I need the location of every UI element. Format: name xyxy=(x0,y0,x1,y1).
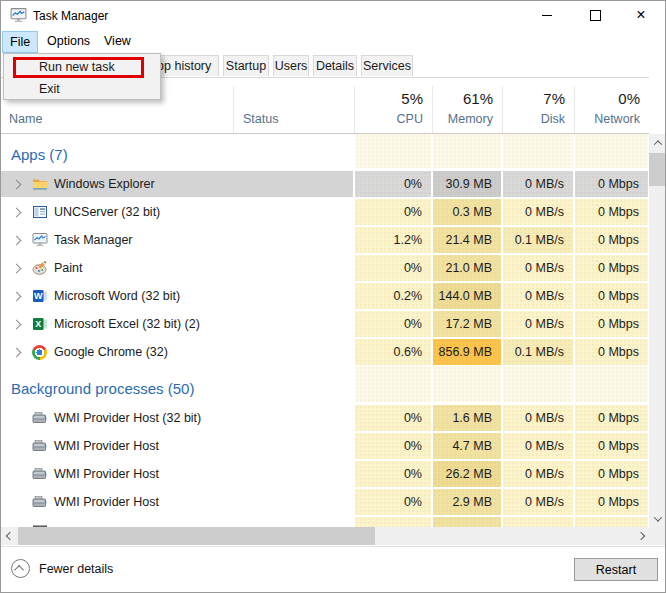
menu-file[interactable]: File xyxy=(2,31,38,53)
cpu-cell: 0% xyxy=(355,489,431,515)
memory-cell: 856.9 MB xyxy=(433,339,501,365)
disk-cell: 0 MB/s xyxy=(503,489,573,515)
section-header-background[interactable]: Background processes (50) xyxy=(1,366,649,404)
expand-chevron-icon[interactable] xyxy=(1,339,31,365)
expand-chevron-icon[interactable] xyxy=(1,171,31,197)
chevron-up-icon xyxy=(14,565,24,575)
minimize-button[interactable] xyxy=(529,3,565,27)
vertical-scrollbar[interactable] xyxy=(649,134,666,527)
wmi-provider-icon xyxy=(31,438,48,455)
disk-cell xyxy=(503,517,573,527)
table-row-chrome[interactable]: Google Chrome (32) 0.6% 856.9 MB 0.1 MB/… xyxy=(1,338,649,366)
process-name: WMI Provider Host xyxy=(54,439,159,453)
process-name: UNCServer (32 bit) xyxy=(54,205,160,219)
fewer-details-toggle[interactable]: Fewer details xyxy=(11,559,113,578)
table-row-excel[interactable]: X Microsoft Excel (32 bit) (2) 0% 17.2 M… xyxy=(1,310,649,338)
process-name-cell: X Microsoft Excel (32 bit) (2) xyxy=(1,311,353,337)
scrollbar-corner xyxy=(649,527,666,545)
network-cell xyxy=(575,517,648,527)
chrome-icon xyxy=(31,344,48,361)
column-header-memory[interactable]: 61% Memory xyxy=(432,78,501,133)
wmi-provider-icon xyxy=(31,494,48,511)
table-row-windows-explorer[interactable]: Windows Explorer 0% 30.9 MB 0 MB/s 0 Mbp… xyxy=(1,170,649,198)
maximize-icon xyxy=(590,10,601,21)
restart-button[interactable]: Restart xyxy=(574,558,658,581)
table-row-task-manager[interactable]: Task Manager 1.2% 21.4 MB 0.1 MB/s 0 Mbp… xyxy=(1,226,649,254)
table-row-partial[interactable] xyxy=(1,516,649,527)
network-cell: 0 Mbps xyxy=(575,311,648,337)
minimize-icon xyxy=(542,15,552,16)
memory-cell: 17.2 MB xyxy=(433,311,501,337)
paint-icon xyxy=(31,260,48,277)
column-header-status[interactable]: Status xyxy=(243,112,278,126)
excel-icon: X xyxy=(31,316,48,333)
tab-startup[interactable]: Startup xyxy=(223,55,269,76)
section-disk-strip xyxy=(503,134,573,168)
memory-cell: 1.6 MB xyxy=(433,405,501,431)
menu-item-exit[interactable]: Exit xyxy=(5,78,159,100)
cpu-cell xyxy=(355,517,431,527)
tab-users[interactable]: Users xyxy=(273,55,309,76)
column-header-name[interactable]: Name xyxy=(9,112,42,126)
table-row-paint[interactable]: Paint 0% 21.0 MB 0 MB/s 0 Mbps xyxy=(1,254,649,282)
network-cell: 0 Mbps xyxy=(575,339,648,365)
network-cell: 0 Mbps xyxy=(575,405,648,431)
table-row-wmi-4[interactable]: WMI Provider Host 0% 2.9 MB 0 MB/s 0 Mbp… xyxy=(1,488,649,516)
section-header-apps[interactable]: Apps (7) xyxy=(1,134,649,170)
column-header-network[interactable]: 0% Network xyxy=(574,78,648,133)
disk-cell: 0.1 MB/s xyxy=(503,339,573,365)
task-manager-app-icon xyxy=(10,7,27,24)
maximize-button[interactable] xyxy=(577,3,613,27)
expand-chevron-icon[interactable] xyxy=(1,311,31,337)
chevron-down-icon xyxy=(653,513,661,521)
expand-chevron-icon[interactable] xyxy=(1,199,31,225)
file-dropdown-menu: Run new task Exit xyxy=(3,53,161,100)
process-name: Microsoft Word (32 bit) xyxy=(54,289,180,303)
scroll-up-button[interactable] xyxy=(649,134,666,151)
section-cpu-strip xyxy=(355,134,431,168)
menu-options[interactable]: Options xyxy=(39,31,98,51)
column-header-cpu[interactable]: 5% CPU xyxy=(354,78,431,133)
cpu-label: CPU xyxy=(397,112,423,126)
network-cell: 0 Mbps xyxy=(575,255,648,281)
svg-text:W: W xyxy=(33,291,42,301)
section-memory-strip xyxy=(433,134,501,168)
table-row-wmi-2[interactable]: WMI Provider Host 0% 4.7 MB 0 MB/s 0 Mbp… xyxy=(1,432,649,460)
disk-cell: 0 MB/s xyxy=(503,433,573,459)
cpu-cell: 0% xyxy=(355,255,431,281)
tab-details[interactable]: Details xyxy=(313,55,357,76)
cpu-total-percent: 5% xyxy=(401,90,423,107)
column-header-disk[interactable]: 7% Disk xyxy=(502,78,573,133)
cpu-cell: 0% xyxy=(355,405,431,431)
menu-bar: File Options View xyxy=(1,31,665,53)
scroll-right-button[interactable] xyxy=(632,527,649,545)
horizontal-scrollbar[interactable] xyxy=(1,527,649,545)
process-name: Task Manager xyxy=(54,233,133,247)
scroll-down-button[interactable] xyxy=(649,510,666,527)
table-row-uncserver[interactable]: UNCServer (32 bit) 0% 0.3 MB 0 MB/s 0 Mb… xyxy=(1,198,649,226)
tab-services[interactable]: Services xyxy=(361,55,413,76)
table-row-wmi-1[interactable]: WMI Provider Host (32 bit) 0% 1.6 MB 0 M… xyxy=(1,404,649,432)
memory-cell: 0.3 MB xyxy=(433,199,501,225)
cpu-cell: 0% xyxy=(355,461,431,487)
close-button[interactable]: × xyxy=(623,3,659,27)
vertical-scrollbar-thumb[interactable] xyxy=(649,153,666,186)
process-name-cell: UNCServer (32 bit) xyxy=(1,199,353,225)
horizontal-scrollbar-thumb[interactable] xyxy=(18,527,375,545)
scroll-left-button[interactable] xyxy=(1,527,18,545)
table-row-word[interactable]: W Microsoft Word (32 bit) 0.2% 144.0 MB … xyxy=(1,282,649,310)
disk-cell: 0 MB/s xyxy=(503,283,573,309)
table-row-wmi-3[interactable]: WMI Provider Host 0% 26.2 MB 0 MB/s 0 Mb… xyxy=(1,460,649,488)
run-new-task-annotation-box xyxy=(13,57,144,78)
disk-label: Disk xyxy=(541,112,565,126)
disk-total-percent: 7% xyxy=(543,90,565,107)
process-name-cell: Google Chrome (32) xyxy=(1,339,353,365)
cpu-cell: 0% xyxy=(355,171,431,197)
memory-cell: 21.0 MB xyxy=(433,255,501,281)
menu-view[interactable]: View xyxy=(96,31,139,51)
expand-chevron-icon[interactable] xyxy=(1,283,31,309)
expand-chevron-icon[interactable] xyxy=(1,255,31,281)
window-title: Task Manager xyxy=(33,9,108,23)
expand-chevron-icon[interactable] xyxy=(1,227,31,253)
task-manager-icon xyxy=(31,232,48,249)
